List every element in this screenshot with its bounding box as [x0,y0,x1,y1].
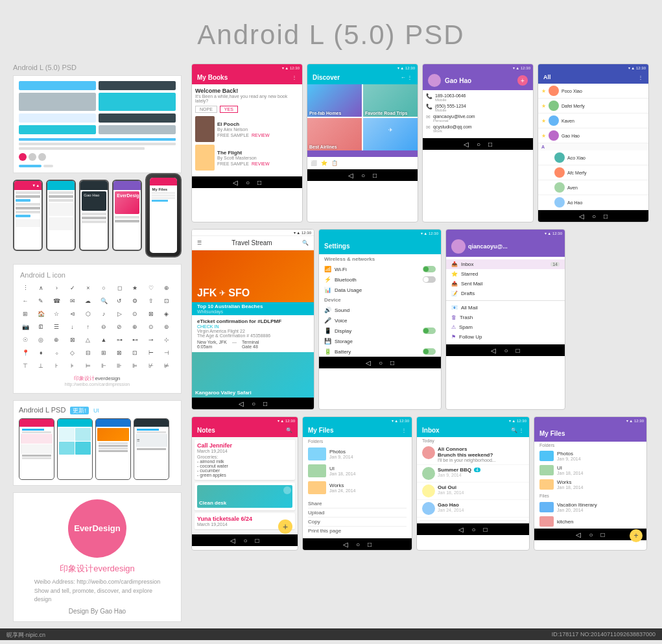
myfiles-ui: UI Jan 18, 2014 [303,462,412,479]
icon-grid-item: ⊬ [146,361,156,371]
email-inbox[interactable]: 📥 Inbox 14 [446,259,565,269]
travel-route: JFK ✈ SFO [197,287,250,299]
email-drafts[interactable]: 📝 Drafts [446,289,565,298]
photos-thumbnail [308,447,326,460]
icon-section: Android L icon ⋮ ∧ › ✓ × ○ ◻ ★ ♡ ⊕ ← ✎ ☎… [13,264,182,394]
weibo-link: http://weibo.com/cardimpression [20,382,174,387]
myfiles2-fab[interactable]: + [630,529,643,542]
contact-row-poco: ★ Poco Xiao [538,84,648,99]
notes-card-1: Call Jennifer March 19,2014 Groceries: -… [195,440,295,480]
icon-grid-item: ⊶ [114,335,124,345]
travel-header: ☰ Travel Stream 🔍 [192,236,314,250]
icon-grid-item: ▲ [99,335,109,345]
email-all[interactable]: 📧 All Mail [446,303,565,313]
clean-desk-label: Clean desk [199,500,226,506]
icon-grid-item: ↓ [67,322,78,332]
contacts-list-header: All ⋮ [538,71,648,84]
icon-grid-item: ∧ [36,283,46,293]
icon-grid-item: ↑ [83,322,93,332]
myfiles2-ui: UI Jan 18, 2014 [534,463,646,477]
icon-grid-item: 🗓 [36,322,46,332]
groceries-label: Groceries: [197,455,292,459]
contact-row-afc: Afc Merfy [538,165,648,180]
icon-grid-item: ☁ [83,296,93,306]
icon-grid-item: 🔍 [99,296,109,306]
icon-grid-item: ⊟ [83,348,93,358]
ever-design-section: EverDesign 印象设计everdesign Weibo Address:… [13,492,182,622]
notes-fab[interactable]: + [278,519,292,534]
email-header: qiancaoyu@... [446,236,565,257]
icon-grid-item: ← [20,296,30,306]
ui-comp-button-dark [99,81,176,90]
screen-notes: ▾ ▲ 12:30 Notes 🔍 Call Jennifer March 19… [191,416,298,551]
contact-email-1: ✉ qiancaoyu@live.com Personal [426,114,530,123]
icon-grid-item: ☉ [20,335,30,345]
ui-comp-item4 [99,125,176,134]
ui-comp-toggle [99,93,176,111]
right-panel: ▾ ▲ 12:30 My Books ⋮ Welcome Back! It's … [191,64,649,622]
left-panel: Android L (5.0) PSD [13,64,182,622]
inbox-msg-2: Summer BBQ 4 Jan 9, 2014 [417,465,529,483]
email-spam[interactable]: ⚠ Spam [446,322,565,332]
contact-avatar [428,74,441,87]
book1-cover [195,116,215,142]
section-label-psd: Android L (5.0) PSD [13,64,182,71]
travel-ticket: eTicket confirmation for #LDLPMF CHECK I… [192,315,314,352]
inbox-msg-1: Ali Connors Brunch this weekend? I'll be… [417,444,529,465]
screens-row-2: ▾ ▲ 12:30 ☰ Travel Stream 🔍 JFK ✈ SFO [191,229,649,410]
book-1: El Pooch By Alex Nelson FREE SAMPLE REVI… [195,116,299,142]
icon-grid-item: ♪ [99,309,109,319]
bluetooth-toggle[interactable] [423,276,436,283]
email-followup[interactable]: ⚑ Follow Up [446,332,565,342]
psd-section-label: Android L PSD 更新! UI [19,406,176,415]
travel-beach-img: Kangaroo Valley Safari [192,352,314,398]
icon-grid-item: ⊭ [161,361,172,371]
email-sent[interactable]: 📤 Sent Mail [446,279,565,289]
screen-contacts-list: ▾ ▲ 12:30 All ⋮ ★ Poco Xiao ★ Dafei M [538,64,649,222]
myfiles2-photos: Photos Jan 9, 2014 [534,449,646,463]
phone-3d-mock: My Files [145,173,182,257]
phone-mock-1: ▼▲ [13,180,43,251]
book1-info: El Pooch By Alex Nelson FREE SAMPLE REVI… [217,121,299,137]
icon-grid-item: ⬡ [83,309,93,319]
mybooks-btns: NOPE YES [195,106,299,113]
display-toggle[interactable] [423,328,436,334]
icon-grid-item: ⊙ [130,309,140,319]
id-info: ID:178117 NO:20140711092638837000 [552,631,656,638]
settings-data: 📊 Data Usage [319,285,441,295]
screen-myfiles2: ▾ ▲ 12:30 My Files Folders Photos Jan 9,… [534,416,647,551]
myfiles2-header: My Files [534,423,646,442]
icon-grid-item: ⊷ [130,335,140,345]
main-title: Android L (5.0) PSD [0,0,662,64]
email-menu: 📥 Inbox 14 ⭐ Starred 📤 Sent Mail 📝 [446,257,565,344]
groceries-items: - almond milk - coconut water - cucumber… [197,459,292,477]
myfiles2-vacation: Vacation Itinerary Jan 20, 2014 [534,500,646,514]
email-starred[interactable]: ⭐ Starred [446,269,565,279]
myfiles-photos: Photos Jan 9, 2014 [303,446,412,462]
screen-discover: ▾ ▲ 12:30 Discover ← ⋮ Pre-fab Homes Fav… [307,64,418,222]
chinese-watermark: 印象设计everdesign [20,375,174,382]
icon-grid-item: ⊨ [83,361,93,371]
icon-grid-item: ⊕ [161,283,172,293]
contact-email-2: ✉ qcystudio@qq.com Work [426,125,530,133]
icon-grid-item: ◈ [161,309,172,319]
ui-comp-input [19,93,96,111]
mini-phone-3 [95,418,131,480]
contact-fab[interactable]: + [517,75,528,86]
battery-toggle[interactable] [423,348,436,355]
discover-img-1: Pre-fab Homes [307,84,362,117]
mybooks-nav: ◁ ○ □ [192,176,302,188]
settings-storage: 💾 Storage [319,336,441,346]
works-thumbnail [308,481,326,494]
icon-grid-item: ◻ [114,283,124,293]
phone-mock-3: Gao Hao [79,180,109,251]
email-trash[interactable]: 🗑 Trash [446,313,565,322]
inbox-msg-3: Oui Oui Jan 18, 2014 [417,483,529,500]
icon-grid-item: ⊙ [146,322,156,332]
icon-grid-item: ⊘ [114,322,124,332]
ever-design-chinese: 印象设计everdesign [60,563,135,575]
icon-grid-item: 📷 [20,322,30,332]
icon-grid-item: × [83,283,93,293]
icon-grid-item: ⇧ [146,296,156,306]
wifi-toggle[interactable] [423,266,436,272]
